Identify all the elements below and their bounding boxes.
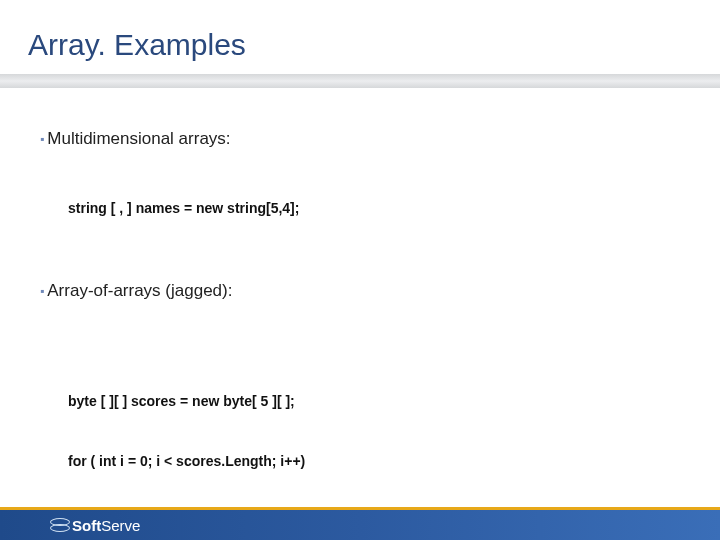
brand-text: SoftServe [72,517,140,534]
brand-logo: SoftServe [50,517,140,534]
slide-title: Array. Examples [0,0,720,74]
logo-icon [50,518,68,532]
bullet-heading: Array-of-arrays (jagged): [40,280,720,303]
section-multidim: Multidimensional arrays: string [ , ] na… [40,128,720,272]
code-line: string [ , ] names = new string[5,4]; [68,198,720,218]
code-block: string [ , ] names = new string[5,4]; [40,151,720,272]
code-line: for ( int i = 0; i < scores.Length; i++) [68,451,720,471]
header-bar [0,74,720,88]
code-line: byte [ ][ ] scores = new byte[ 5 ][ ]; [68,391,720,411]
section-jagged: Array-of-arrays (jagged): byte [ ][ ] sc… [40,280,720,540]
footer-bar: SoftServe [0,510,720,540]
code-block: byte [ ][ ] scores = new byte[ 5 ][ ]; f… [40,303,720,540]
bullet-heading: Multidimensional arrays: [40,128,720,151]
slide-content: Multidimensional arrays: string [ , ] na… [0,88,720,540]
